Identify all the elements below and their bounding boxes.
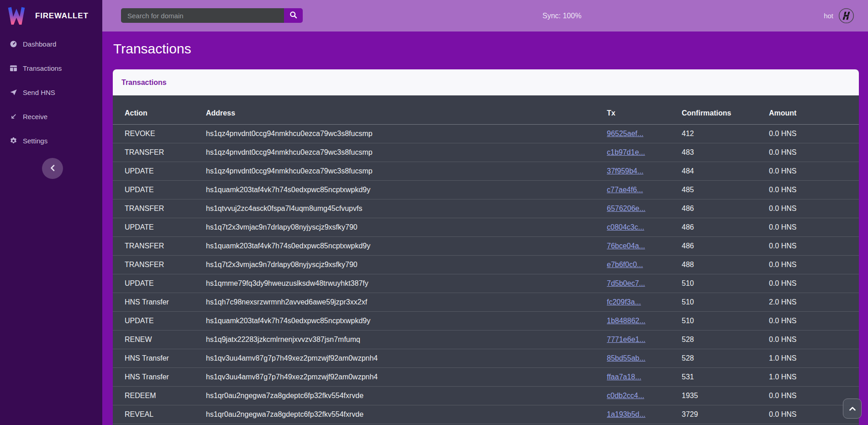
sidebar-item-transactions[interactable]: Transactions — [0, 56, 102, 80]
tx-link[interactable]: e7b6f0c0... — [607, 261, 643, 268]
tx-link[interactable]: c0804c3c... — [607, 223, 644, 231]
table-row: HNS Transfer hs1qh7c98nexsrzwrmnh2avved6… — [113, 293, 859, 312]
sidebar-item-send-hns[interactable]: Send HNS — [0, 80, 102, 105]
page-title: Transactions — [113, 41, 191, 57]
confirmations-cell: 510 — [682, 312, 769, 331]
confirmations-cell: 486 — [682, 237, 769, 256]
handshake-logo-icon — [838, 8, 854, 24]
table-row: UPDATE hs1quamk203taf4vk7h74s0edxpwc85nc… — [113, 312, 859, 331]
topbar: Sync: 100% hot — [102, 0, 868, 31]
column-header-action: Action — [113, 95, 206, 125]
table-row: UPDATE hs1qz4pnvdnt0ccg94nmkhcu0ezca79wc… — [113, 162, 859, 181]
action-cell: HNS Transfer — [113, 293, 206, 312]
action-cell: TRANSFER — [113, 237, 206, 256]
confirmations-cell: 3729 — [682, 405, 769, 424]
sidebar-collapse-button[interactable] — [42, 158, 63, 179]
action-cell: HNS Transfer — [113, 368, 206, 387]
scroll-to-top-button[interactable] — [843, 399, 862, 419]
chevron-left-icon — [50, 164, 55, 173]
search-icon — [289, 11, 297, 20]
transactions-table-body: REVOKE hs1qz4pnvdnt0ccg94nmkhcu0ezca79wc… — [113, 125, 859, 424]
search-input[interactable] — [121, 8, 284, 23]
tx-link[interactable]: 37f959b4... — [607, 167, 643, 175]
tx-cell: c0804c3c... — [607, 218, 682, 237]
confirmations-cell: 510 — [682, 274, 769, 293]
address-cell: hs1qh7c98nexsrzwrmnh2avved6awe59jzpr3xx2… — [206, 293, 607, 312]
amount-cell: 2.0 HNS — [769, 293, 859, 312]
card-header: Transactions — [113, 69, 859, 95]
brand: FIREWALLET — [0, 0, 102, 31]
sidebar-item-label: Settings — [23, 137, 47, 145]
tx-cell: fc209f3a... — [607, 293, 682, 312]
amount-cell: 0.0 HNS — [769, 125, 859, 143]
amount-cell: 0.0 HNS — [769, 162, 859, 181]
sidebar-item-label: Send HNS — [23, 89, 55, 96]
tx-cell: ffaa7a18... — [607, 368, 682, 387]
action-cell: UPDATE — [113, 312, 206, 331]
table-row: UPDATE hs1quamk203taf4vk7h74s0edxpwc85nc… — [113, 181, 859, 199]
action-cell: REDEEM — [113, 387, 206, 405]
tx-link[interactable]: 85bd55ab... — [607, 354, 646, 362]
address-cell: hs1q7t2x3vmjac9n7drlapy08nyjyscjz9xsfky7… — [206, 218, 607, 237]
address-cell: hs1qr0au2ngegwa7za8gdeptc6fp32fkv554fxrv… — [206, 405, 607, 424]
wallet-name: hot — [824, 12, 833, 20]
table-row: UPDATE hs1qmme79fq3dy9hweuzuslksdw48trwu… — [113, 274, 859, 293]
confirmations-cell: 486 — [682, 199, 769, 218]
sidebar-item-dashboard[interactable]: Dashboard — [0, 32, 102, 56]
sidebar-item-receive[interactable]: Receive — [0, 105, 102, 129]
sidebar-item-settings[interactable]: Settings — [0, 129, 102, 153]
action-cell: REVEAL — [113, 405, 206, 424]
address-cell: hs1qmme79fq3dy9hweuzuslksdw48trwuyhkt387… — [206, 274, 607, 293]
tx-cell: 6576206e... — [607, 199, 682, 218]
column-header-tx: Tx — [607, 95, 682, 125]
amount-cell: 0.0 HNS — [769, 237, 859, 256]
action-cell: UPDATE — [113, 274, 206, 293]
tx-link[interactable]: 7d5b0ec7... — [607, 279, 645, 287]
column-header-address: Address — [206, 95, 607, 125]
address-cell: hs1qv3uu4amv87g7p7h49xez2pmzwjf92am0wzpn… — [206, 368, 607, 387]
tx-link[interactable]: c1b97d1e... — [607, 148, 645, 156]
tx-link[interactable]: c77ae4f6... — [607, 186, 643, 194]
chevron-up-icon — [849, 404, 856, 413]
sidebar-item-label: Receive — [23, 113, 47, 121]
amount-cell: 0.0 HNS — [769, 274, 859, 293]
tx-link[interactable]: 6576206e... — [607, 205, 646, 212]
search-button[interactable] — [284, 8, 303, 23]
action-cell: HNS Transfer — [113, 349, 206, 368]
table-row: HNS Transfer hs1qv3uu4amv87g7p7h49xez2pm… — [113, 368, 859, 387]
tx-cell: c77ae4f6... — [607, 181, 682, 199]
action-cell: RENEW — [113, 331, 206, 349]
domain-search — [121, 8, 303, 23]
tx-link[interactable]: 7771e6e1... — [607, 336, 646, 343]
wallet-switcher[interactable]: hot — [824, 0, 868, 31]
tx-link[interactable]: ffaa7a18... — [607, 373, 641, 381]
transactions-table: Action Address Tx Confirmations Amount R… — [113, 95, 859, 424]
tx-link[interactable]: 96525aef... — [607, 130, 643, 137]
brand-name: FIREWALLET — [35, 11, 89, 21]
address-cell: hs1qtvvuj2zc4asck0fspa7l4uqm8umg45cfvupv… — [206, 199, 607, 218]
tx-link[interactable]: 76bce04a... — [607, 242, 645, 250]
firewallet-logo-icon — [7, 5, 26, 26]
tx-cell: 76bce04a... — [607, 237, 682, 256]
table-row: TRANSFER hs1q7t2x3vmjac9n7drlapy08nyjysc… — [113, 256, 859, 274]
tx-link[interactable]: c0db2cc4... — [607, 392, 644, 399]
tx-cell: c1b97d1e... — [607, 143, 682, 162]
action-cell: TRANSFER — [113, 199, 206, 218]
table-row: TRANSFER hs1qtvvuj2zc4asck0fspa7l4uqm8um… — [113, 199, 859, 218]
confirmations-cell: 412 — [682, 125, 769, 143]
column-header-amount: Amount — [769, 95, 859, 125]
table-row: REVOKE hs1qz4pnvdnt0ccg94nmkhcu0ezca79wc… — [113, 125, 859, 143]
amount-cell: 1.0 HNS — [769, 368, 859, 387]
tx-link[interactable]: 1a193b5d... — [607, 410, 646, 418]
amount-cell: 0.0 HNS — [769, 218, 859, 237]
tx-link[interactable]: 1b848862... — [607, 317, 646, 325]
transactions-card: Transactions Action Address Tx Confirmat… — [113, 69, 859, 425]
gauge-icon — [10, 40, 17, 48]
tx-cell: 1b848862... — [607, 312, 682, 331]
sidebar-item-label: Dashboard — [23, 40, 56, 48]
receive-arrow-icon — [10, 113, 17, 121]
tx-link[interactable]: fc209f3a... — [607, 298, 641, 306]
confirmations-cell: 483 — [682, 143, 769, 162]
sidebar-item-label: Transactions — [23, 64, 62, 72]
address-cell: hs1q9jatx22283jzkcmlrnenjxvvzv387jsn7mfu… — [206, 331, 607, 349]
